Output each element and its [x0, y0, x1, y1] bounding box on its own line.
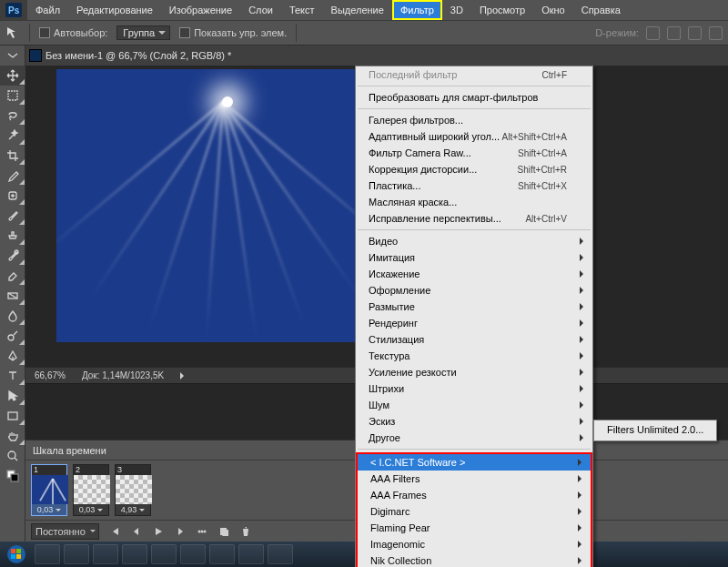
menu-item-liquify[interactable]: Пластика...Shift+Ctrl+X: [356, 177, 592, 194]
menu-image[interactable]: Изображение: [161, 0, 240, 20]
auto-select-checkbox[interactable]: Автовыбор:: [39, 27, 107, 38]
menu-layers[interactable]: Слои: [240, 0, 281, 20]
history-brush-tool[interactable]: [0, 246, 25, 266]
dodge-tool[interactable]: [0, 326, 25, 346]
menu-window[interactable]: Окно: [533, 0, 573, 20]
menu-item-digimarc[interactable]: Digimarc: [358, 503, 591, 520]
submenu-item-filters-unlimited[interactable]: Filters Unlimited 2.0...: [594, 422, 716, 439]
menu-item-lens-correction[interactable]: Коррекция дисторсии...Shift+Ctrl+R: [356, 161, 592, 177]
taskbar-item[interactable]: [93, 544, 118, 564]
taskbar-item[interactable]: [64, 544, 89, 564]
type-tool[interactable]: [0, 366, 25, 386]
menu-item-texture[interactable]: Текстура: [356, 348, 592, 364]
frame-1[interactable]: 1 0,03: [31, 464, 67, 516]
menu-help[interactable]: Справка: [573, 0, 629, 20]
delete-frame-button[interactable]: [239, 525, 252, 538]
menu-item-filter-gallery[interactable]: Галерея фильтров...: [356, 112, 592, 128]
menu-file[interactable]: Файл: [27, 0, 68, 20]
menu-item-icnet[interactable]: < I.C.NET Software >: [358, 454, 591, 471]
canvas[interactable]: [56, 69, 357, 342]
lasso-tool[interactable]: [0, 106, 25, 126]
color-swatch[interactable]: [0, 466, 25, 486]
frame-2[interactable]: 2 0,03: [73, 464, 109, 516]
menu-item-vanishing-point[interactable]: Исправление перспективы...Alt+Ctrl+V: [356, 210, 592, 227]
menu-item-distort[interactable]: Искажение: [356, 266, 592, 282]
show-transform-label: Показать упр. элем.: [194, 27, 287, 38]
marquee-tool[interactable]: [0, 86, 25, 106]
menu-item-aaa-filters[interactable]: AAA Filters: [358, 471, 591, 487]
taskbar-item[interactable]: [180, 544, 206, 564]
prev-frame-button[interactable]: [130, 525, 143, 538]
eyedropper-tool[interactable]: [0, 166, 25, 186]
frame-3[interactable]: 3 4,93: [115, 464, 151, 516]
menu-filter[interactable]: Фильтр: [392, 0, 442, 20]
auto-select-group-dropdown[interactable]: Группа: [116, 25, 170, 40]
taskbar-item[interactable]: [268, 544, 293, 564]
pen-tool[interactable]: [0, 346, 25, 366]
menu-item-adaptive-wide[interactable]: Адаптивный широкий угол...Alt+Shift+Ctrl…: [356, 128, 592, 145]
zoom-tool[interactable]: [0, 446, 25, 466]
menu-item-brush-strokes[interactable]: Штрихи: [356, 380, 592, 397]
menu-item-video[interactable]: Видео: [356, 233, 592, 249]
expand-handle[interactable]: [0, 46, 25, 66]
frame-duration[interactable]: 4,93: [116, 504, 150, 515]
show-transform-checkbox[interactable]: Показать упр. элем.: [179, 27, 287, 38]
menu-text[interactable]: Текст: [281, 0, 323, 20]
mode-icon[interactable]: [667, 26, 681, 40]
frame-duration[interactable]: 0,03: [32, 504, 66, 515]
frame-duration[interactable]: 0,03: [74, 504, 108, 515]
first-frame-button[interactable]: [108, 525, 121, 538]
taskbar-item[interactable]: [209, 544, 235, 564]
taskbar-item[interactable]: [151, 544, 177, 564]
menu-item-camera-raw[interactable]: Фильтр Camera Raw...Shift+Ctrl+A: [356, 145, 592, 161]
menu-item-pixelate[interactable]: Оформление: [356, 282, 592, 299]
new-frame-button[interactable]: [217, 525, 230, 538]
path-selection-tool[interactable]: [0, 386, 25, 406]
mode-icon[interactable]: [709, 26, 723, 40]
menu-item-noise[interactable]: Шум: [356, 397, 592, 413]
rectangle-tool[interactable]: [0, 406, 25, 426]
menu-item-convert-smart[interactable]: Преобразовать для смарт-фильтров: [356, 89, 592, 106]
menu-separator: [358, 229, 591, 230]
menu-item-stylize[interactable]: Стилизация: [356, 331, 592, 348]
mode-icon[interactable]: [688, 26, 702, 40]
menu-item-sharpen[interactable]: Усиление резкости: [356, 364, 592, 380]
menu-select[interactable]: Выделение: [323, 0, 392, 20]
menu-item-flaming-pear[interactable]: Flaming Pear: [358, 520, 591, 536]
menu-item-aaa-frames[interactable]: AAA Frames: [358, 487, 591, 503]
document-tab[interactable]: Без имени-1 @ 66,7% (Слой 2, RGB/8) *: [25, 46, 728, 66]
next-frame-button[interactable]: [174, 525, 187, 538]
move-tool[interactable]: [0, 66, 25, 86]
menu-item-artistic[interactable]: Имитация: [356, 249, 592, 266]
menu-edit[interactable]: Редактирование: [68, 0, 161, 20]
menu-item-sketch[interactable]: Эскиз: [356, 413, 592, 430]
play-button[interactable]: [152, 525, 165, 538]
menu-item-imagenomic[interactable]: Imagenomic: [358, 536, 591, 552]
menu-item-oil-paint[interactable]: Масляная краска...: [356, 194, 592, 210]
menu-3d[interactable]: 3D: [442, 0, 471, 20]
loop-dropdown[interactable]: Постоянно: [31, 523, 99, 540]
tween-button[interactable]: [196, 525, 208, 538]
eraser-tool[interactable]: [0, 266, 25, 286]
healing-brush-tool[interactable]: [0, 186, 25, 206]
status-menu-arrow-icon[interactable]: [180, 372, 187, 380]
brush-tool[interactable]: [0, 206, 25, 226]
menu-item-blur[interactable]: Размытие: [356, 299, 592, 315]
hand-tool[interactable]: [0, 426, 25, 446]
taskbar-item[interactable]: [122, 544, 147, 564]
taskbar-item[interactable]: [238, 544, 264, 564]
svg-rect-16: [11, 549, 15, 553]
taskbar-item[interactable]: [35, 544, 60, 564]
menu-item-nik-collection[interactable]: Nik Collection: [358, 552, 591, 567]
blur-tool[interactable]: [0, 306, 25, 326]
magic-wand-tool[interactable]: [0, 126, 25, 146]
menu-view[interactable]: Просмотр: [471, 0, 533, 20]
crop-tool[interactable]: [0, 146, 25, 166]
clone-stamp-tool[interactable]: [0, 226, 25, 246]
start-button[interactable]: [0, 542, 33, 567]
zoom-value[interactable]: 66,67%: [35, 370, 66, 380]
mode-icon[interactable]: [646, 26, 660, 40]
menu-item-render[interactable]: Рендеринг: [356, 315, 592, 331]
gradient-tool[interactable]: [0, 286, 25, 306]
menu-item-other[interactable]: Другое: [356, 430, 592, 446]
